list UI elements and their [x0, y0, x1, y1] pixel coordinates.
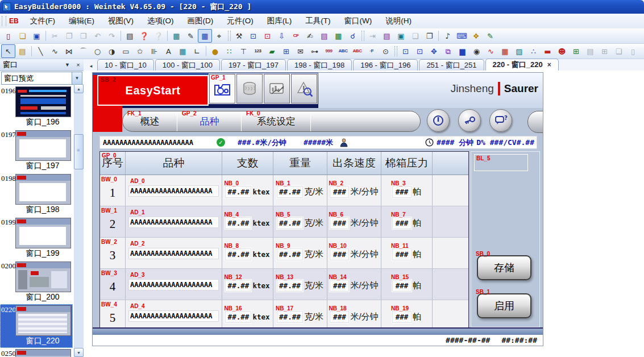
variety-name-value[interactable]: AAAAAAAAAAAAAAAAAAAA [129, 311, 218, 321]
import-library-icon[interactable]: ⇥ [365, 29, 380, 43]
pressure-value[interactable]: ### [392, 280, 412, 292]
canvas-tab[interactable]: GP_2 品种 [177, 111, 242, 131]
tag-library-icon[interactable]: ❖ [469, 29, 483, 43]
table-row[interactable]: BW_0 1 AD_0 AAAAAAAAAAAAAAAAAAAA NB_0 ##… [100, 175, 468, 206]
pie-icon[interactable]: ◑ [105, 44, 119, 58]
copy-icon[interactable]: ❐ [62, 29, 76, 43]
bit-lamp-icon[interactable]: ● [208, 44, 222, 58]
menu-item[interactable]: 选项(O) [140, 14, 181, 28]
speed-value[interactable]: ### [330, 311, 349, 323]
select-icon[interactable]: ↖ [1, 44, 15, 58]
scrollbar-thumb[interactable] [74, 134, 84, 169]
speed-field[interactable]: ###.#米/分钟 [238, 138, 286, 148]
speed-cell[interactable]: NB_10 ### 米/分钟 [327, 238, 381, 268]
keyboard-icon[interactable]: ⌨ [455, 29, 469, 43]
table-row[interactable]: BW_3 4 AD_3 AAAAAAAAAAAAAAAAAAAA NB_12 #… [100, 268, 468, 300]
clock-icon[interactable]: ⊙ [379, 44, 393, 58]
window-tab[interactable]: 198 - 窗口_198 × [287, 59, 352, 70]
numeric-monitor-icon[interactable]: ⊡ [398, 44, 413, 58]
numeric-display-icon[interactable]: 999 [322, 44, 336, 58]
table-row[interactable]: BW_4 5 AD_4 AAAAAAAAAAAAAAAAAAAA NB_16 #… [100, 300, 468, 331]
speed-cell[interactable]: NB_2 ### 米/分钟 [327, 175, 381, 206]
rectangle-icon[interactable]: ▭ [119, 44, 133, 58]
ruler-icon[interactable]: ▬ [541, 44, 555, 58]
variety-name-value[interactable]: AAAAAAAAAAAAAAAAAAAA [129, 217, 218, 227]
circle-icon[interactable]: ○ [90, 44, 105, 58]
label-library-icon[interactable]: ▤ [317, 29, 331, 43]
nav-sliver-button[interactable] [236, 74, 263, 103]
nav-report-button[interactable] [264, 74, 290, 103]
window-tab[interactable]: 196 - 窗口_196 × [353, 59, 418, 70]
weight-value[interactable]: ##.## [277, 280, 303, 292]
count-value[interactable]: ##.## [225, 186, 251, 198]
picture-manager-icon[interactable]: ▣ [394, 29, 408, 43]
variety-name-value[interactable]: AAAAAAAAAAAAAAAAAAAA [129, 248, 218, 259]
window-list-item[interactable]: 0196 窗口_196 [0, 85, 73, 129]
system-parameters-icon[interactable]: ✍ [303, 29, 317, 43]
pressure-cell[interactable]: NB_19 ### 帕 [381, 300, 433, 331]
speed-cell[interactable]: NB_14 ### 米/分钟 [327, 269, 381, 300]
polygon-icon[interactable]: ✩ [133, 44, 147, 58]
menu-item[interactable]: 视图(V) [101, 14, 140, 28]
window-tab[interactable]: 220 - 窗口_220 × [485, 59, 559, 70]
count-value[interactable]: ##.## [225, 248, 251, 260]
pressure-value[interactable]: ### [392, 311, 412, 323]
menu-item[interactable]: 说明(H) [379, 14, 418, 28]
runtime-field[interactable]: #### 分钟 [437, 138, 473, 148]
weight-cell[interactable]: NB_17 ##.## 克/米 [273, 300, 327, 331]
notification-icon[interactable]: ✉ [293, 44, 308, 58]
speed-value[interactable]: ### [330, 186, 349, 198]
tab-close-icon[interactable]: × [547, 61, 551, 69]
window-list-item[interactable]: 0220 窗口_220 [0, 304, 73, 348]
address-tag-library-icon[interactable]: ▤ [380, 29, 394, 43]
download-icon[interactable]: ⇩ [275, 29, 289, 43]
window-tab[interactable]: 251 - 窗口_251 × [419, 59, 484, 70]
recipe-table[interactable]: GP_0 序号品种支数重量出条速度棉箱压力 BW_0 1 AD_0 AAAAAA… [99, 151, 469, 331]
scale-icon[interactable]: ⊪ [147, 44, 161, 58]
grid-icon[interactable]: ▦ [198, 29, 212, 43]
paste-icon[interactable]: ❒ [76, 29, 90, 43]
window-list-item[interactable]: 0197 窗口_197 [0, 129, 73, 173]
bar-graph-icon[interactable]: ▆ [455, 44, 470, 58]
menu-item[interactable]: 元件(O) [220, 14, 260, 28]
store-button[interactable]: SB_0 存储 [477, 255, 531, 280]
sound-library-icon[interactable]: ♪ [441, 29, 455, 43]
pressure-cell[interactable]: NB_15 ### 帕 [381, 269, 433, 300]
function-key-icon[interactable]: ⊞ [279, 44, 293, 58]
picture-icon[interactable]: ▦ [176, 44, 190, 58]
report-icon[interactable]: ▯ [626, 44, 640, 58]
nav-alarm-button[interactable] [291, 74, 317, 103]
panel-close-icon[interactable]: × [73, 60, 84, 70]
undo-icon[interactable]: ↶ [90, 29, 105, 43]
open-icon[interactable]: ❏ [15, 29, 30, 43]
weight-value[interactable]: ##.## [277, 248, 303, 260]
count-cell[interactable]: NB_12 ##.## ktex [222, 269, 273, 300]
operator-icon[interactable]: ☻ [555, 44, 569, 58]
length-field[interactable]: #####米 [304, 138, 333, 148]
count-cell[interactable]: NB_0 ##.## ktex [222, 175, 273, 206]
nav-machine-button[interactable]: GP_1 [209, 74, 235, 103]
context-help-icon[interactable]: ❔ [151, 29, 165, 43]
canvas-tab[interactable]: FK_0 系统设定 [241, 111, 311, 131]
variety-name-cell[interactable]: AD_2 AAAAAAAAAAAAAAAAAAAA [126, 238, 222, 268]
count-cell[interactable]: NB_8 ##.## ktex [222, 238, 273, 268]
trend-chart-icon[interactable]: ∿ [484, 44, 498, 58]
menu-item[interactable]: 画图(D) [180, 14, 220, 28]
canvas-tab[interactable]: FK_1 概述 [123, 111, 177, 131]
print-icon[interactable]: ▤ [123, 29, 137, 43]
bl-indicator-box[interactable]: BL_5 [474, 154, 528, 171]
variety-name-cell[interactable]: AD_1 AAAAAAAAAAAAAAAAAAAA [126, 206, 222, 237]
help-bubble-button[interactable]: ? [489, 109, 512, 132]
online-simulation-icon[interactable]: ⊡ [246, 29, 260, 43]
easystart-button[interactable]: SB_2 EasyStart [97, 75, 209, 106]
recipe-editor-icon[interactable]: ▦ [331, 29, 346, 43]
pen-icon[interactable]: ✎ [184, 29, 198, 43]
speed-value[interactable]: ### [330, 248, 349, 260]
window-list-item[interactable]: 0198 窗口_198 [0, 173, 73, 217]
variety-name-value[interactable]: AAAAAAAAAAAAAAAAAAAA [129, 186, 218, 196]
variety-name-cell[interactable]: AD_4 AAAAAAAAAAAAAAAAAAAA [126, 300, 222, 331]
window-list-scrollbar[interactable]: ▲ ▼ [74, 84, 84, 357]
event-log-icon[interactable]: ⊞ [597, 44, 612, 58]
pdf-icon[interactable]: ❒ [640, 44, 644, 58]
address-viewer-icon[interactable]: ☌ [346, 29, 360, 43]
